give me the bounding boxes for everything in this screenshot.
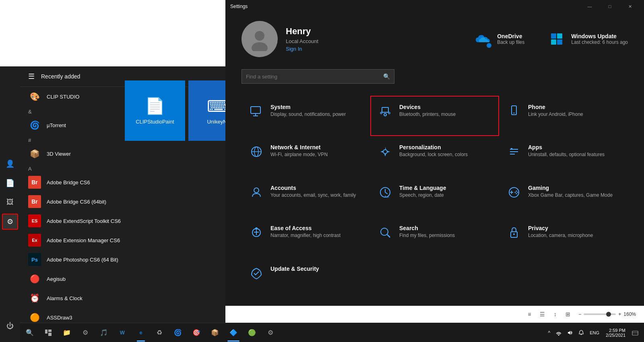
taskbar-explorer[interactable]: 📁: [58, 323, 76, 342]
bottom-icon-4[interactable]: ⊞: [562, 309, 574, 320]
sidebar-icon-user[interactable]: 👤: [2, 156, 18, 172]
search-input[interactable]: [246, 74, 380, 80]
profile-type: Local Account: [286, 38, 318, 44]
phone-desc: Link your Android, iPhone: [528, 111, 583, 118]
gaming-info: Gaming Xbox Game Bar, captures, Game Mod…: [528, 185, 613, 199]
privacy-desc: Location, camera, microphone: [528, 233, 593, 239]
taskbar-edge[interactable]: e: [132, 323, 150, 342]
taskbar-task-view[interactable]: [39, 323, 57, 342]
settings-item-update-security[interactable]: Update & Security: [242, 258, 370, 298]
bottom-icon-3[interactable]: ↕: [549, 309, 561, 320]
accounts-info: Accounts Your accounts, email, sync, wor…: [270, 185, 356, 199]
taskbar: 🔍 📁 ⚙ 🎵 W e ♻ 🌀 🎯 📦 🔷 🟢 ⚙ ^: [0, 323, 644, 342]
app-item-label: CLIP STUDIO: [47, 94, 79, 100]
windows-update-icon: [549, 31, 565, 47]
system-desc: Display, sound, notifications, power: [270, 111, 346, 118]
taskbar-clock[interactable]: 2:59 PM 2/25/2021: [603, 323, 629, 342]
taskbar-word[interactable]: W: [114, 323, 131, 342]
ease-of-access-icon: [249, 225, 264, 240]
taskbar-media[interactable]: 🎵: [95, 323, 113, 342]
personalization-title: Personalization: [399, 144, 468, 150]
settings-item-time-language[interactable]: A あ Time & Language Speech, region, date: [370, 177, 499, 217]
svg-point-10: [384, 113, 386, 116]
sidebar-icon-file[interactable]: 📄: [2, 175, 18, 191]
settings-item-gaming[interactable]: Gaming Xbox Game Bar, captures, Game Mod…: [499, 177, 628, 217]
settings-item-system[interactable]: System Display, sound, notifications, po…: [242, 96, 370, 136]
taskbar-app1[interactable]: 🌀: [169, 323, 187, 342]
taskbar-notification-btn[interactable]: [630, 323, 641, 342]
svg-point-34: [516, 193, 517, 194]
bottom-icons: ≡ ☰ ↕ ⊞: [524, 309, 574, 320]
settings-item-search[interactable]: Search Find my files, permissions: [370, 217, 499, 257]
search-box[interactable]: 🔍: [242, 69, 394, 84]
settings-search: 🔍: [225, 65, 644, 92]
time-language-title: Time & Language: [399, 185, 446, 191]
zoom-plus[interactable]: +: [618, 311, 621, 317]
avatar: [242, 21, 278, 57]
svg-rect-3: [557, 33, 562, 39]
taskbar-app4[interactable]: 🔷: [225, 323, 242, 342]
svg-marker-52: [568, 331, 570, 335]
settings-item-personalization[interactable]: Personalization Background, lock screen,…: [370, 136, 499, 176]
svg-point-51: [558, 334, 559, 336]
svg-line-26: [385, 192, 388, 194]
taskbar-app3[interactable]: 📦: [206, 323, 224, 342]
settings-header: Henry Local Account Sign In OneDrive Bac…: [225, 13, 644, 65]
app-item-label: Adobe ExtendScript Toolkit CS6: [47, 218, 121, 224]
svg-rect-5: [557, 39, 562, 45]
taskbar-notification-icon[interactable]: [576, 323, 586, 342]
bottom-icon-1[interactable]: ≡: [524, 309, 535, 320]
taskbar-date: 2/25/2021: [606, 333, 625, 338]
profile-signin[interactable]: Sign In: [286, 46, 318, 52]
search-settings-desc: Find my files, permissions: [399, 233, 455, 239]
settings-item-apps[interactable]: Apps Uninstall, defaults, optional featu…: [499, 136, 628, 176]
onedrive-service[interactable]: OneDrive Back up files: [475, 31, 524, 47]
settings-item-privacy[interactable]: Privacy Location, camera, microphone: [499, 217, 628, 257]
sidebar-icon-photo[interactable]: 🖼: [2, 194, 18, 210]
sidebar-icon-power[interactable]: ⏻: [2, 318, 18, 334]
profile-info: Henry Local Account Sign In: [286, 26, 318, 52]
taskbar-recycle[interactable]: ♻: [151, 323, 168, 342]
apps-icon: [506, 144, 522, 159]
zoom-minus[interactable]: −: [578, 311, 581, 317]
svg-point-18: [383, 150, 387, 154]
bottom-icon-2[interactable]: ☰: [537, 309, 548, 320]
assdraw-icon: 🟠: [28, 311, 41, 324]
settings-item-devices[interactable]: Devices Bluetooth, printers, mouse: [370, 96, 499, 136]
aegisub-icon: 🔴: [28, 272, 41, 285]
settings-item-ease-of-access[interactable]: Ease of Access Narrator, magnifier, high…: [242, 217, 370, 257]
tile-clipstudiopaint[interactable]: 📄 CLIPStudioPaint: [125, 80, 185, 141]
taskbar-network-icon[interactable]: [553, 323, 564, 342]
maximize-button[interactable]: □: [601, 0, 619, 13]
adobe-bridge-icon: Br: [28, 176, 41, 189]
svg-point-32: [516, 190, 517, 192]
onedrive-desc: Back up files: [497, 39, 524, 45]
settings-item-network[interactable]: Network & Internet Wi-Fi, airplane mode,…: [242, 136, 370, 176]
hamburger-icon[interactable]: ☰: [28, 72, 35, 81]
taskbar-search-btn[interactable]: 🔍: [21, 323, 39, 342]
search-settings-info: Search Find my files, permissions: [399, 225, 455, 239]
adobe-bridge64-icon: Br: [28, 195, 41, 208]
zoom-controls: − + 160%: [578, 311, 636, 317]
accounts-title: Accounts: [270, 185, 356, 191]
taskbar-app2[interactable]: 🎯: [188, 323, 205, 342]
windows-update-service[interactable]: Windows Update Last checked: 6 hours ago: [549, 31, 628, 47]
personalization-desc: Background, lock screen, colors: [399, 152, 468, 158]
settings-item-accounts[interactable]: Accounts Your accounts, email, sync, wor…: [242, 177, 370, 217]
sidebar-icon-settings[interactable]: ⚙: [2, 214, 18, 230]
profile-name: Henry: [286, 26, 318, 37]
taskbar-app5[interactable]: 🟢: [243, 323, 261, 342]
taskbar-eng-label[interactable]: ENG: [587, 323, 602, 342]
app-item-label: Adobe Extension Manager CS6: [47, 237, 120, 243]
update-security-info: Update & Security: [270, 266, 319, 273]
settings-item-phone[interactable]: Phone Link your Android, iPhone: [499, 96, 628, 136]
ease-of-access-desc: Narrator, magnifier, high contrast: [270, 233, 341, 239]
taskbar-volume-icon[interactable]: [565, 323, 575, 342]
windows-update-desc: Last checked: 6 hours ago: [571, 39, 628, 45]
svg-rect-6: [251, 107, 260, 113]
minimize-button[interactable]: —: [580, 0, 599, 13]
taskbar-settings-app[interactable]: ⚙: [262, 323, 279, 342]
close-button[interactable]: ✕: [621, 0, 639, 13]
taskbar-chevron[interactable]: ^: [546, 323, 553, 342]
taskbar-cp[interactable]: ⚙: [76, 323, 94, 342]
